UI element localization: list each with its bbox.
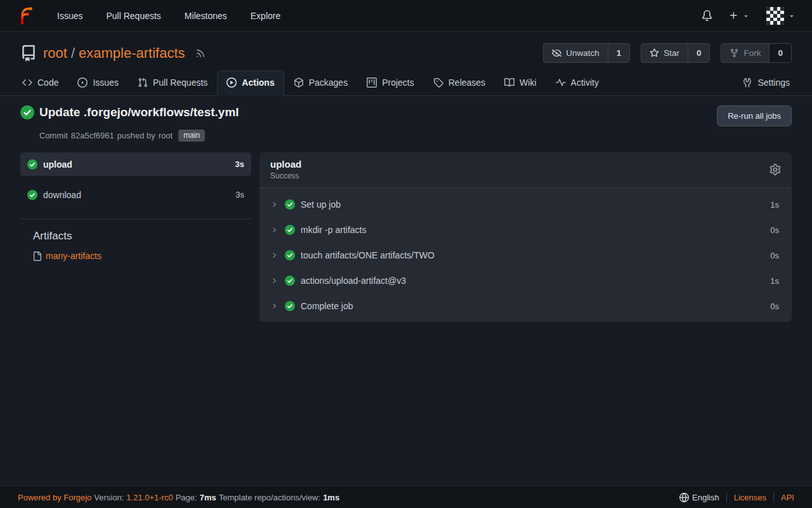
star-button[interactable]: Star 0	[641, 43, 710, 63]
job-duration: 3s	[235, 190, 244, 199]
step-name: Complete job	[301, 301, 353, 311]
template-time-label: Template repo/actions/view:	[219, 493, 320, 502]
eye-off-icon	[552, 48, 561, 58]
tab-label: Packages	[309, 77, 348, 88]
step-row-complete[interactable]: Complete job 0s	[259, 293, 792, 319]
step-duration: 0s	[770, 251, 779, 260]
caret-down-icon	[788, 12, 796, 20]
tab-packages[interactable]: Packages	[284, 70, 357, 96]
chevron-right-icon	[270, 277, 278, 284]
job-status: Success	[270, 171, 301, 180]
rss-icon[interactable]	[195, 48, 206, 58]
forks-count[interactable]: 0	[769, 44, 791, 62]
branch-badge[interactable]: main	[178, 130, 205, 142]
nav-explore[interactable]: Explore	[251, 11, 280, 21]
chevron-right-icon	[270, 226, 278, 234]
commit-label: Commit	[39, 131, 68, 140]
nav-milestones[interactable]: Milestones	[185, 11, 227, 21]
nav-pull-requests[interactable]: Pull Requests	[106, 11, 160, 21]
user-menu-dropdown[interactable]	[766, 7, 796, 25]
job-name: download	[43, 190, 81, 200]
navbar-right	[702, 7, 796, 25]
job-detail-title: upload	[270, 159, 301, 170]
page-time-label: Page:	[176, 493, 197, 502]
tab-pull-requests[interactable]: Pull Requests	[128, 70, 217, 96]
check-circle-icon	[285, 276, 295, 286]
rerun-all-jobs-button[interactable]: Re-run all jobs	[717, 105, 792, 126]
create-new-dropdown[interactable]	[729, 11, 750, 20]
job-row-download[interactable]: download 3s	[20, 183, 251, 206]
artifact-item: many-artifacts	[20, 251, 251, 261]
api-link[interactable]: API	[781, 493, 794, 502]
tab-label: Code	[37, 77, 58, 88]
tab-settings[interactable]: Settings	[733, 70, 799, 96]
user-avatar	[766, 7, 784, 25]
breadcrumb-separator: /	[71, 45, 75, 61]
tab-label: Settings	[757, 77, 790, 88]
check-circle-icon	[27, 190, 37, 200]
artifact-link[interactable]: many-artifacts	[46, 251, 102, 261]
repo-owner-link[interactable]: root	[43, 45, 67, 61]
repo-icon	[20, 45, 37, 62]
repo-name-link[interactable]: example-artifacts	[79, 45, 185, 61]
template-time-value: 1ms	[323, 493, 339, 502]
unwatch-button[interactable]: Unwatch 1	[543, 43, 630, 63]
language-selector[interactable]: English	[679, 493, 719, 502]
step-list: Set up job 1s mkdir -p artifacts 0s touc…	[259, 188, 792, 322]
footer-divider	[773, 493, 774, 502]
tab-projects[interactable]: Projects	[357, 70, 424, 96]
tab-actions[interactable]: Actions	[217, 70, 284, 96]
tab-releases[interactable]: Releases	[424, 70, 495, 96]
caret-down-icon	[742, 12, 750, 20]
play-circle-icon	[226, 77, 237, 88]
project-icon	[367, 77, 377, 88]
licenses-link[interactable]: Licenses	[734, 493, 766, 502]
check-circle-icon	[27, 159, 37, 170]
step-row-touch[interactable]: touch artifacts/ONE artifacts/TWO 0s	[259, 243, 792, 268]
watchers-count[interactable]: 1	[608, 44, 630, 62]
pusher-link[interactable]: root	[159, 131, 173, 140]
pulse-icon	[556, 77, 566, 88]
step-duration: 0s	[770, 302, 779, 311]
sidebar-divider	[20, 218, 251, 219]
job-name: upload	[43, 159, 72, 170]
gear-icon[interactable]	[769, 164, 781, 175]
step-duration: 0s	[770, 225, 779, 235]
tab-activity[interactable]: Activity	[546, 70, 608, 96]
footer-divider	[726, 493, 727, 502]
tab-issues[interactable]: Issues	[68, 70, 128, 96]
chevron-right-icon	[270, 201, 278, 208]
pushed-by-label: pushed by	[117, 131, 155, 140]
footer-meta: Powered by Forgejo Version: 1.21.0+1-rc0…	[18, 493, 339, 502]
step-duration: 1s	[770, 200, 779, 210]
check-circle-icon	[285, 225, 295, 235]
tag-icon	[433, 77, 443, 88]
fork-icon	[730, 48, 739, 58]
stars-count[interactable]: 0	[688, 44, 710, 62]
star-icon	[650, 48, 659, 58]
step-name: touch artifacts/ONE artifacts/TWO	[301, 250, 435, 260]
step-row-setup[interactable]: Set up job 1s	[259, 192, 792, 217]
tab-label: Issues	[93, 77, 118, 88]
fork-label: Fork	[743, 48, 761, 58]
step-name: Set up job	[301, 199, 341, 210]
commit-sha-link[interactable]: 82a5cf6961	[71, 131, 114, 140]
code-icon	[22, 77, 32, 88]
star-label: Star	[664, 48, 679, 58]
bell-icon[interactable]	[702, 10, 712, 21]
tab-wiki[interactable]: Wiki	[495, 70, 546, 96]
step-row-mkdir[interactable]: mkdir -p artifacts 0s	[259, 217, 792, 243]
commit-summary: Commit 82a5cf6961 pushed by root main	[39, 130, 792, 142]
language-label: English	[692, 493, 719, 502]
nav-issues[interactable]: Issues	[57, 11, 82, 21]
step-row-upload-artifact[interactable]: actions/upload-artifact@v3 1s	[259, 268, 792, 293]
pull-request-icon	[138, 77, 148, 88]
tab-code[interactable]: Code	[13, 70, 68, 96]
fork-button[interactable]: Fork 0	[721, 43, 792, 63]
powered-by-link[interactable]: Powered by Forgejo	[18, 493, 91, 502]
version-link[interactable]: 1.21.0+1-rc0	[126, 493, 173, 502]
forgejo-logo-icon[interactable]	[16, 6, 36, 25]
tools-icon	[742, 77, 752, 88]
job-row-upload[interactable]: upload 3s	[20, 152, 251, 176]
tab-label: Actions	[242, 77, 274, 88]
